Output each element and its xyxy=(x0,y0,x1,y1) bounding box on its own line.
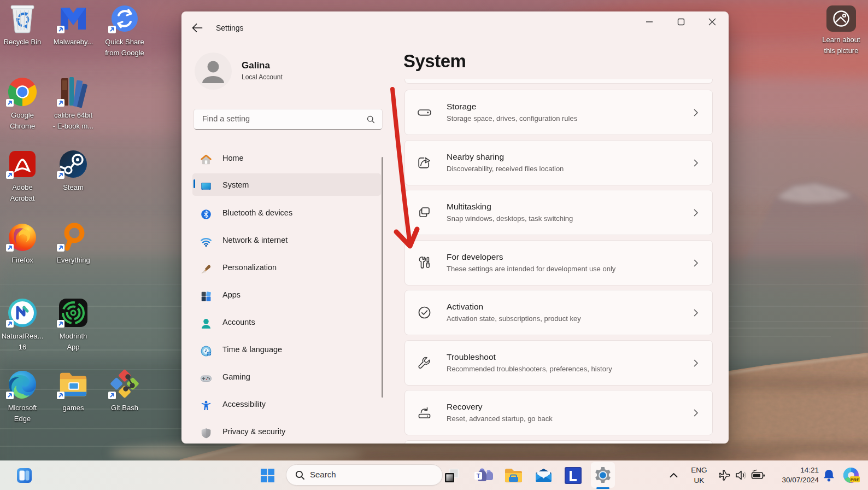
svg-text:PRE: PRE xyxy=(851,477,860,482)
svg-text:T: T xyxy=(477,472,480,479)
